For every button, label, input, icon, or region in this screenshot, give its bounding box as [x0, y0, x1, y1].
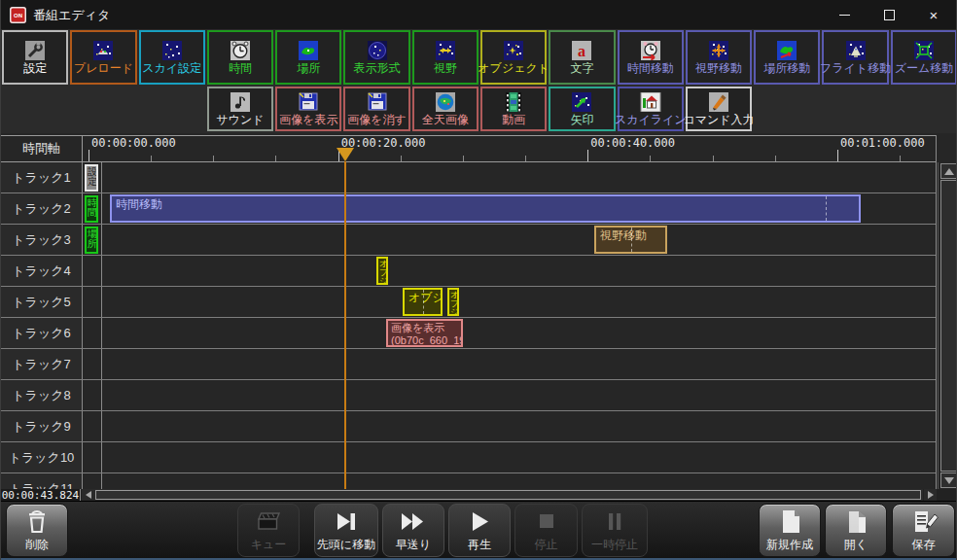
- toolbar-button-view-move[interactable]: 視野移動: [686, 30, 752, 85]
- track-row[interactable]: トラック9: [1, 411, 937, 442]
- arrow-up-icon: [944, 168, 954, 175]
- toolbar-button-zoom-move[interactable]: ズーム移動: [891, 30, 957, 85]
- toolbar-button-time-move[interactable]: 時間移動: [618, 30, 684, 85]
- stop-button: 停止: [514, 504, 578, 557]
- track-row[interactable]: トラック10: [1, 442, 937, 473]
- new-button[interactable]: 新規作成: [759, 504, 821, 557]
- ruler-tick: [587, 150, 588, 161]
- maximize-button[interactable]: [867, 0, 911, 29]
- toolbar-button-sky-settings[interactable]: スカイ設定: [139, 30, 205, 85]
- delete-button[interactable]: 削除: [6, 504, 68, 557]
- go-to-start-button[interactable]: 先頭に移動: [314, 504, 378, 557]
- timeline-clip[interactable]: 画像を表示(0b70c_660_19: [386, 319, 463, 347]
- toolbar-button-sound[interactable]: サウンド: [207, 87, 273, 131]
- transport-button-label: 開く: [844, 537, 868, 553]
- track-row[interactable]: トラック5: [1, 287, 937, 318]
- toolbar-button-flight-move[interactable]: フライト移動: [822, 30, 888, 85]
- track-row[interactable]: トラック4: [1, 256, 937, 287]
- track-label: トラック6: [1, 318, 83, 348]
- toolbar-button-object[interactable]: オブジェクト: [480, 30, 547, 85]
- toolbar-button-display-format[interactable]: 表示形式: [343, 30, 409, 85]
- toolbar-button-hide-image[interactable]: 画像を消す: [343, 87, 409, 131]
- track-row[interactable]: トラック3: [1, 225, 937, 256]
- close-button[interactable]: ×: [911, 0, 956, 29]
- toolbar-button-text[interactable]: a文字: [549, 30, 615, 85]
- toolbar-button-place-move[interactable]: 場所移動: [754, 30, 820, 85]
- save-document-icon: [907, 508, 940, 536]
- toolbar-button-place[interactable]: 場所: [275, 30, 341, 85]
- minimize-button[interactable]: [822, 0, 867, 29]
- fast-forward-button[interactable]: 早送り: [382, 504, 444, 557]
- transport-button-label: 保存: [912, 537, 936, 553]
- timeline-clip[interactable]: 時間移動: [110, 194, 861, 223]
- toolbar-button-preload[interactable]: プレロード: [70, 30, 136, 85]
- toolbar-button-settings[interactable]: 設定: [2, 30, 68, 85]
- toolbar-button-skyline[interactable]: スカイライン: [618, 87, 684, 131]
- toolbar-button-allsky-image[interactable]: 全天画像: [412, 87, 478, 131]
- track-mini-item[interactable]: 時間: [85, 195, 98, 223]
- toolbar-button-arrow[interactable]: 矢印: [549, 87, 615, 131]
- track-mini-cell: [83, 287, 102, 317]
- toolbar-button-movie[interactable]: 動画: [480, 87, 547, 131]
- sky-settings-icon: [160, 41, 184, 60]
- ruler-tick: [837, 150, 838, 161]
- vertical-scrollbar-thumb[interactable]: [940, 180, 957, 472]
- toolbar-button-label: 矢印: [570, 114, 593, 126]
- place-icon: [297, 41, 320, 60]
- hide-image-icon: [366, 92, 389, 112]
- movie-icon: [502, 92, 525, 112]
- track-label: トラック10: [1, 442, 83, 472]
- track-row[interactable]: トラック6: [1, 318, 937, 349]
- timeline-clip[interactable]: 視野移動: [594, 226, 667, 254]
- vertical-scrollbar[interactable]: [938, 162, 957, 489]
- transport-button-label: 再生: [468, 537, 491, 553]
- play-button[interactable]: 再生: [448, 504, 511, 557]
- pause-icon: [598, 508, 631, 536]
- track-row[interactable]: トラック8: [1, 380, 937, 411]
- scroll-up-button[interactable]: [940, 163, 957, 179]
- scroll-left-button[interactable]: [82, 489, 94, 501]
- ruler-time-label: 00:00:40.000: [590, 136, 675, 150]
- toolbar-button-label: オブジェクト: [478, 62, 549, 75]
- track-label: トラック1: [1, 162, 83, 192]
- clip-sublabel: (0b70c_660_19: [388, 333, 461, 346]
- track-row[interactable]: トラック1: [1, 162, 937, 193]
- track-label: トラック3: [1, 225, 83, 255]
- ruler-tick: [275, 156, 276, 161]
- toolbar-button-time[interactable]: 時間: [207, 30, 273, 85]
- arrow-right-icon: [928, 491, 934, 499]
- toolbar-button-field-of-view[interactable]: 視野: [412, 30, 478, 85]
- track-row[interactable]: トラック7: [1, 349, 937, 380]
- save-button[interactable]: 保存: [892, 504, 955, 557]
- open-button[interactable]: 開く: [825, 504, 887, 557]
- track-label: トラック4: [1, 256, 83, 286]
- ruler-tick: [775, 156, 776, 161]
- toolbar-button-label: スカイライン: [615, 114, 687, 126]
- scroll-down-button[interactable]: [940, 472, 957, 488]
- toolbar-button-label: 表示形式: [354, 62, 401, 75]
- timeline-clip[interactable]: オブジェクト: [403, 288, 443, 316]
- horizontal-scrollbar-thumb[interactable]: [95, 490, 921, 500]
- track-mini-item[interactable]: 設定: [85, 164, 98, 192]
- track-row[interactable]: トラック11: [1, 473, 937, 489]
- scroll-right-button[interactable]: [924, 489, 937, 501]
- playhead-line[interactable]: [344, 161, 346, 489]
- toolbar-button-show-image[interactable]: 画像を表示: [275, 87, 341, 131]
- track-mini-item[interactable]: 場所: [85, 227, 98, 254]
- toolbar-button-label: 動画: [502, 114, 525, 126]
- toolbar-button-label: 場所移動: [763, 62, 810, 75]
- timeline-clip[interactable]: オブジェクト: [376, 257, 388, 285]
- time-icon: [229, 41, 252, 60]
- toolbar-button-label: 場所: [297, 62, 320, 75]
- timeline-clip[interactable]: オブジェクト: [447, 288, 459, 316]
- timeline-ruler[interactable]: 00:00:00.00000:00:20.00000:00:40.00000:0…: [83, 135, 937, 162]
- text-icon: a: [570, 41, 593, 60]
- open-document-icon: [839, 508, 872, 536]
- ruler-time-label: 00:01:00.000: [840, 136, 925, 150]
- horizontal-scrollbar[interactable]: [94, 489, 923, 501]
- playhead-marker[interactable]: [337, 148, 354, 161]
- toolbar-button-command-input[interactable]: コマンド入力: [686, 87, 752, 131]
- arrow-icon: [570, 92, 593, 112]
- skip-to-start-icon: [330, 508, 363, 536]
- play-icon: [463, 508, 496, 536]
